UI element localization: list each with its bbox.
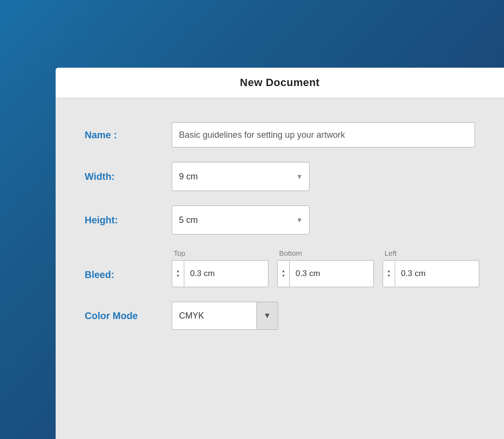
bleed-label: Bleed:	[85, 249, 172, 280]
bleed-bottom-field: ▲ ▼ 0.3 cm	[277, 260, 374, 287]
bleed-top-stepper[interactable]: ▲ ▼	[172, 261, 184, 287]
name-row: Name :	[85, 122, 475, 147]
bleed-top-down-icon[interactable]: ▼	[176, 274, 180, 278]
width-select[interactable]: 9 cm 10 cm 15 cm 20 cm	[172, 162, 310, 191]
color-mode-value: CMYK	[172, 311, 256, 321]
dialog-title: New Document	[240, 76, 320, 88]
bleed-left-field: ▲ ▼ 0.3 cm	[383, 260, 479, 287]
bleed-fields: Top ▲ ▼ 0.3 cm Bottom ▲	[172, 249, 479, 287]
bleed-bottom-up-icon[interactable]: ▲	[282, 269, 285, 273]
name-label: Name :	[85, 130, 172, 141]
bleed-left-label: Left	[383, 249, 397, 257]
color-mode-dropdown-button[interactable]: ▼	[256, 302, 278, 329]
height-select[interactable]: 5 cm 10 cm 15 cm 20 cm	[172, 205, 310, 234]
bleed-left-value: 0.3 cm	[395, 269, 479, 278]
bleed-top-group: Top ▲ ▼ 0.3 cm	[172, 249, 268, 287]
height-select-wrapper: 5 cm 10 cm 15 cm 20 cm ▼	[172, 205, 310, 234]
dialog-body: Name : Width: 9 cm 10 cm 15 cm 20 cm ▼ H…	[56, 98, 504, 368]
color-mode-row: Color Mode CMYK ▼	[85, 302, 475, 330]
bleed-bottom-stepper[interactable]: ▲ ▼	[278, 261, 290, 287]
bleed-top-up-icon[interactable]: ▲	[176, 269, 180, 273]
bleed-bottom-label: Bottom	[277, 249, 302, 257]
bleed-left-stepper[interactable]: ▲ ▼	[383, 261, 395, 287]
bleed-top-value: 0.3 cm	[184, 269, 268, 278]
dialog-container: New Document Name : Width: 9 cm 10 cm 15…	[56, 68, 504, 439]
bleed-bottom-value: 0.3 cm	[290, 269, 373, 278]
bleed-top-label: Top	[172, 249, 185, 257]
name-input[interactable]	[172, 122, 475, 147]
bleed-left-down-icon[interactable]: ▼	[387, 274, 391, 278]
width-select-wrapper: 9 cm 10 cm 15 cm 20 cm ▼	[172, 162, 310, 191]
width-label: Width:	[85, 171, 172, 182]
bleed-top-field: ▲ ▼ 0.3 cm	[172, 260, 268, 287]
bleed-bottom-group: Bottom ▲ ▼ 0.3 cm	[277, 249, 374, 287]
color-mode-label: Color Mode	[85, 310, 172, 322]
bleed-bottom-down-icon[interactable]: ▼	[282, 274, 285, 278]
height-row: Height: 5 cm 10 cm 15 cm 20 cm ▼	[85, 205, 475, 234]
bleed-left-up-icon[interactable]: ▲	[387, 269, 391, 273]
width-row: Width: 9 cm 10 cm 15 cm 20 cm ▼	[85, 162, 475, 191]
dialog-title-bar: New Document	[56, 68, 504, 98]
height-label: Height:	[85, 215, 172, 226]
bleed-left-group: Left ▲ ▼ 0.3 cm	[383, 249, 479, 287]
bleed-row: Bleed: Top ▲ ▼ 0.3 cm Bottom	[85, 249, 475, 287]
color-mode-select-wrapper[interactable]: CMYK ▼	[172, 302, 278, 330]
color-mode-arrow-icon: ▼	[264, 311, 271, 320]
